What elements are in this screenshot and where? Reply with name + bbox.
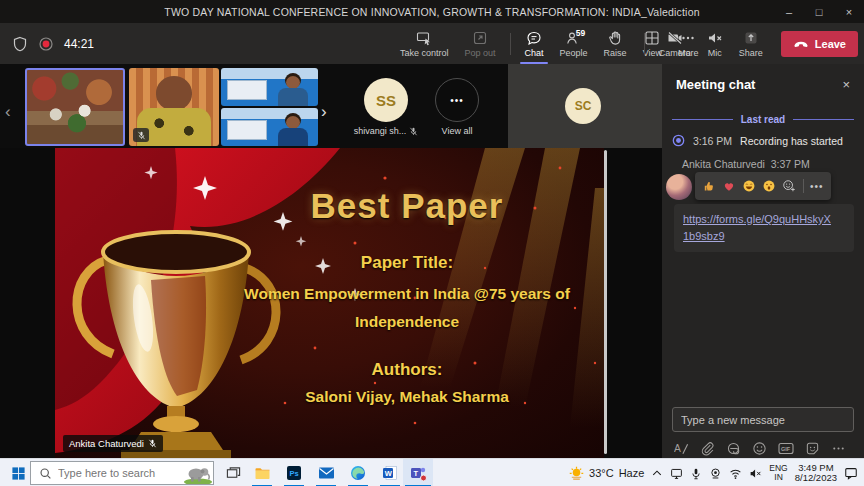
minimize-button[interactable]: – (774, 0, 804, 23)
pop-out-icon (472, 30, 488, 46)
pop-out-button[interactable]: Pop out (457, 23, 504, 64)
banner-building (227, 120, 267, 140)
surprised-reaction[interactable] (761, 178, 777, 194)
message-more-button[interactable]: ••• (810, 181, 824, 192)
search-input[interactable] (58, 467, 183, 479)
compose-input[interactable] (672, 407, 854, 432)
gif-button[interactable]: GIF (778, 441, 794, 456)
close-button[interactable]: × (834, 0, 864, 23)
share-label: Share (739, 48, 763, 58)
leave-button[interactable]: Leave (781, 31, 858, 57)
window-title: TWO DAY NATIONAL CONFERENCE ON INNOVATIO… (0, 6, 864, 18)
mic-muted-icon (707, 30, 723, 46)
banner-building (227, 80, 267, 100)
action-center-button[interactable] (844, 466, 858, 480)
video-tile-room[interactable] (25, 68, 125, 146)
edge-button[interactable] (343, 459, 373, 486)
paper-title-line2: Independence (220, 313, 594, 331)
microphone-in-use-icon[interactable] (690, 467, 702, 480)
meeting-chat-panel: Meeting chat × Last read 3:16 PM Recordi… (662, 64, 864, 458)
view-all-button[interactable]: ••• (435, 78, 479, 122)
stage-scrollbar[interactable] (604, 150, 607, 454)
taskbar-search[interactable] (30, 461, 214, 485)
task-view-button[interactable] (218, 459, 248, 486)
language-indicator[interactable]: ENG IN (769, 464, 787, 482)
emoji-button[interactable] (752, 441, 767, 456)
maximize-button[interactable]: □ (804, 0, 834, 23)
raise-label: Raise (604, 48, 627, 58)
participant-face (156, 76, 192, 110)
raise-hand-icon (607, 30, 623, 46)
mic-off-icon (148, 439, 157, 448)
photoshop-icon: Ps (286, 465, 302, 481)
filmstrip-prev-button[interactable]: ‹ (5, 102, 11, 122)
start-button[interactable] (6, 459, 30, 486)
participant-filmstrip: ‹ › SS shivangi sh... ••• View all (0, 64, 662, 148)
show-hidden-icons-button[interactable] (651, 467, 663, 479)
thumbs-up-reaction[interactable] (701, 178, 717, 194)
file-explorer-button[interactable] (247, 459, 277, 486)
clock[interactable]: 3:49 PM 8/12/2023 (795, 463, 837, 484)
video-tile-sc[interactable]: SC (508, 64, 662, 148)
compose-more-icon (831, 441, 846, 456)
shield-icon (12, 36, 28, 52)
participant-avatar-ss[interactable]: SS (364, 78, 408, 122)
take-control-button[interactable]: Take control (392, 23, 457, 64)
webcam-in-use-icon[interactable] (709, 467, 722, 480)
weather-widget[interactable]: 33°C Haze (569, 466, 644, 481)
chat-title: Meeting chat (676, 77, 842, 92)
word-button[interactable]: W (375, 459, 405, 486)
compose-more-button[interactable] (831, 441, 846, 456)
chat-close-button[interactable]: × (842, 77, 850, 92)
display-device-icon[interactable] (670, 467, 683, 480)
presentation-stage: Best Paper Paper Title: Women Empowermen… (0, 148, 662, 458)
heart-reaction[interactable] (721, 178, 737, 194)
last-read-label: Last read (741, 114, 785, 125)
raise-hand-button[interactable]: Raise (596, 23, 635, 64)
mic-button[interactable]: Mic (699, 30, 731, 58)
filmstrip-next-button[interactable]: › (321, 102, 327, 122)
teams-button[interactable]: T (403, 459, 433, 486)
volume-muted-icon[interactable] (749, 467, 762, 480)
sticker-icon (805, 441, 820, 456)
tile-mic-muted-badge (133, 128, 149, 142)
share-button[interactable]: Share (731, 30, 771, 58)
file-explorer-icon (254, 466, 271, 481)
emoji-icon (752, 441, 767, 456)
people-button[interactable]: 59 People (552, 23, 596, 64)
message-link[interactable]: https://forms.gle/Q9quHHskyX 1b9sbz9 (683, 211, 845, 245)
participant-name-ss: shivangi sh... (346, 126, 426, 136)
attach-button[interactable] (700, 441, 715, 456)
message-author: Ankita Chaturvedi (682, 158, 765, 170)
search-highlight-elephant-icon (183, 462, 213, 484)
windows-taskbar: Ps W T (0, 458, 864, 486)
chat-icon (526, 30, 542, 46)
presenter-name-pill: Ankita Chaturvedi (63, 435, 163, 452)
camera-button[interactable]: Camera (651, 30, 699, 58)
take-control-icon (416, 30, 432, 46)
format-button[interactable]: A (674, 441, 689, 456)
video-tile-banner-1[interactable] (221, 68, 318, 106)
mail-icon (318, 466, 335, 480)
divider-line (793, 119, 854, 120)
slide-text-block: Best Paper Paper Title: Women Empowermen… (220, 148, 594, 458)
chat-button[interactable]: Chat (517, 23, 552, 64)
video-tile-banner-2[interactable] (221, 108, 318, 146)
recording-event-row: 3:16 PM Recording has started (672, 134, 843, 147)
presenter-name: Ankita Chaturvedi (69, 438, 144, 449)
photoshop-button[interactable]: Ps (279, 459, 309, 486)
mail-button[interactable] (311, 459, 341, 486)
laughing-reaction[interactable] (741, 178, 757, 194)
add-reaction-button[interactable] (781, 178, 797, 194)
event-text: Recording has started (740, 135, 843, 147)
participant-avatar-sc: SC (565, 88, 601, 124)
loop-button[interactable] (726, 441, 741, 456)
heart-icon (722, 179, 736, 193)
video-tile-speaker[interactable] (129, 68, 219, 146)
sticker-button[interactable] (805, 441, 820, 456)
meeting-toolbar: 44:21 Take control Pop out Chat 59 Peopl… (0, 23, 864, 64)
network-icon[interactable] (729, 467, 742, 480)
paper-title-label: Paper Title: (220, 253, 594, 273)
event-time: 3:16 PM (693, 135, 732, 147)
camera-label: Camera (659, 48, 691, 58)
